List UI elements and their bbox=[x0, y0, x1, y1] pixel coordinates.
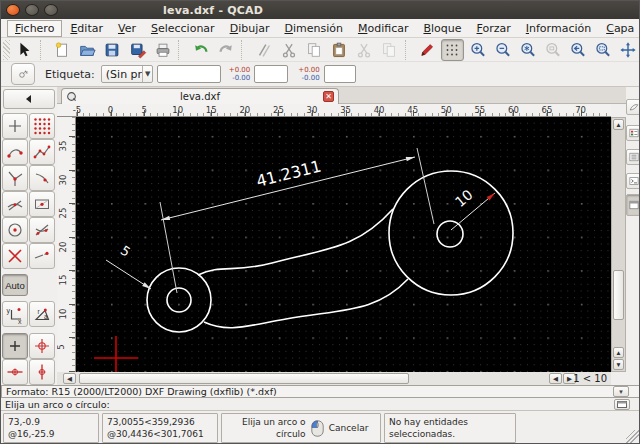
collapse-panel-button[interactable] bbox=[3, 89, 55, 109]
zoom-in-button[interactable] bbox=[466, 39, 489, 61]
cad-drawing: 41.2311 5 10 bbox=[76, 117, 611, 372]
menu-item[interactable]: Ver bbox=[111, 21, 143, 36]
scroll-left-icon[interactable]: ◀ bbox=[63, 373, 76, 384]
save-as-button[interactable] bbox=[126, 39, 149, 61]
scroll-down-icon[interactable]: ▼ bbox=[613, 359, 624, 370]
zoom-auto-button[interactable] bbox=[516, 39, 539, 61]
resize-grip[interactable] bbox=[626, 430, 640, 444]
window-maximize-button[interactable] bbox=[44, 4, 58, 16]
svg-text:r: r bbox=[38, 308, 41, 315]
zoom-pan-button[interactable] bbox=[617, 39, 640, 61]
restrict-horizontal-button[interactable] bbox=[2, 359, 28, 385]
zoom-previous-button[interactable] bbox=[541, 39, 564, 61]
drawing-canvas[interactable]: 41.2311 5 10 bbox=[76, 117, 611, 372]
tolerance-lower-input[interactable] bbox=[324, 65, 356, 83]
window-close-button[interactable] bbox=[6, 4, 20, 16]
menu-item[interactable]: Fichero bbox=[7, 20, 62, 37]
prefix-combobox[interactable]: (Sin prefi ▼ bbox=[101, 65, 153, 83]
scroll-left-icon[interactable]: ◀ bbox=[549, 373, 562, 384]
block-list-button[interactable] bbox=[626, 149, 640, 165]
selection-status: No hay entidades seleccionadas. bbox=[389, 416, 511, 440]
edit-pencil-button[interactable] bbox=[416, 39, 439, 61]
zoom-out-button[interactable] bbox=[491, 39, 514, 61]
tolerance-upper-label: +0.00 bbox=[229, 66, 250, 74]
radial-dimension-icon: R bbox=[18, 69, 28, 79]
tab-close-icon[interactable]: ✕ bbox=[323, 91, 334, 102]
snap-auto-button[interactable]: Auto bbox=[2, 274, 28, 296]
window-minimize-button[interactable] bbox=[25, 4, 39, 16]
snap-middle-button[interactable] bbox=[29, 191, 55, 217]
copy-alt-button[interactable] bbox=[378, 39, 401, 61]
layer-list-button[interactable] bbox=[626, 125, 640, 141]
zoom-back-button[interactable] bbox=[567, 39, 590, 61]
new-file-button[interactable] bbox=[51, 39, 74, 61]
snap-toolbar: Auto yx ra bbox=[1, 87, 57, 385]
redo-button[interactable] bbox=[214, 39, 237, 61]
command-line-button[interactable] bbox=[626, 173, 640, 189]
undo-button[interactable] bbox=[189, 39, 212, 61]
titlebar: leva.dxf - QCAD bbox=[1, 1, 640, 19]
restrict-orthogonal-button[interactable] bbox=[29, 333, 55, 359]
snap-on-entity-button[interactable] bbox=[29, 139, 55, 165]
window-icon bbox=[617, 401, 627, 408]
vertical-scrollbar[interactable]: ▲ ▲ ▼ bbox=[611, 117, 626, 372]
snap-endpoint-button[interactable] bbox=[2, 139, 28, 165]
svg-text:a: a bbox=[44, 313, 48, 320]
command-line[interactable]: Elija un arco o círculo: bbox=[1, 398, 640, 411]
snap-tangent-button[interactable] bbox=[2, 191, 28, 217]
horizontal-scrollbar[interactable]: ◀ ◀ ▶ 1 < 10 bbox=[57, 372, 611, 385]
dimension-tool-button[interactable]: R bbox=[11, 63, 35, 85]
parallel-lines-icon bbox=[255, 41, 273, 59]
menu-item[interactable]: Editar bbox=[63, 21, 110, 36]
library-browser-button[interactable] bbox=[626, 99, 640, 115]
restrict-none-button[interactable] bbox=[2, 333, 28, 359]
menu-item[interactable]: Bloque bbox=[416, 21, 468, 36]
menu-item[interactable]: Seleccionar bbox=[144, 21, 222, 36]
snap-intersection-x-button[interactable] bbox=[2, 243, 28, 269]
scroll-up-icon[interactable]: ▲ bbox=[613, 119, 624, 130]
toolbar-handle[interactable] bbox=[3, 40, 10, 60]
restrict-vertical-button[interactable] bbox=[29, 359, 55, 385]
grid-toggle-button[interactable] bbox=[441, 39, 464, 61]
detach-window-icon[interactable] bbox=[614, 399, 630, 410]
snap-grid-button[interactable] bbox=[29, 113, 55, 139]
format-combobox[interactable]: Formato: R15 (2000/LT2000) DXF Drawing (… bbox=[1, 385, 640, 398]
vertical-scroll-thumb[interactable] bbox=[613, 270, 624, 320]
tolerance-upper-input[interactable] bbox=[254, 65, 288, 83]
chevron-down-icon[interactable]: ▼ bbox=[613, 386, 629, 397]
copy-button[interactable] bbox=[302, 39, 325, 61]
print-button[interactable] bbox=[151, 39, 174, 61]
menu-item[interactable]: Dimensión bbox=[277, 21, 349, 36]
open-file-button[interactable] bbox=[76, 39, 99, 61]
tolerance-upper-label: +0.00 bbox=[298, 66, 319, 74]
scroll-up-icon[interactable]: ▲ bbox=[613, 347, 624, 358]
zoom-window-button[interactable] bbox=[592, 39, 615, 61]
cut-button[interactable] bbox=[277, 39, 300, 61]
cut-alt-button[interactable] bbox=[353, 39, 376, 61]
snap-distance-button[interactable] bbox=[29, 165, 55, 191]
snap-free-button[interactable] bbox=[2, 113, 28, 139]
snap-center-button[interactable] bbox=[2, 217, 28, 243]
parallel-copy-button[interactable] bbox=[252, 39, 275, 61]
menu-item[interactable]: Dibujar bbox=[223, 21, 277, 36]
snap-intersection-manual-button[interactable] bbox=[29, 243, 55, 269]
paste-button[interactable] bbox=[328, 39, 351, 61]
snap-intersection-button[interactable] bbox=[2, 165, 28, 191]
snap-points-button[interactable] bbox=[29, 217, 55, 243]
menu-item[interactable]: Capa bbox=[599, 21, 640, 36]
property-editor-button[interactable] bbox=[626, 194, 640, 216]
dimension-label-input[interactable] bbox=[157, 65, 221, 83]
save-button[interactable] bbox=[101, 39, 124, 61]
snap-intersection-manual-icon bbox=[32, 246, 52, 266]
menu-item[interactable]: Modificar bbox=[351, 21, 416, 36]
menu-item[interactable]: Información bbox=[519, 21, 598, 36]
menu-item[interactable]: Forzar bbox=[470, 21, 518, 36]
tab-leva-dxf[interactable]: leva.dxf ✕ bbox=[61, 88, 339, 104]
select-arrow-button[interactable] bbox=[13, 39, 36, 61]
printer-icon bbox=[154, 41, 172, 59]
coords-polar-button[interactable]: ra bbox=[29, 301, 55, 327]
horizontal-scroll-thumb[interactable] bbox=[79, 373, 409, 384]
polar-coord-line2: @30,4436<301,7061 bbox=[107, 428, 213, 440]
coords-cartesian-button[interactable]: yx bbox=[2, 301, 28, 327]
restrict-vertical-icon bbox=[32, 362, 52, 382]
